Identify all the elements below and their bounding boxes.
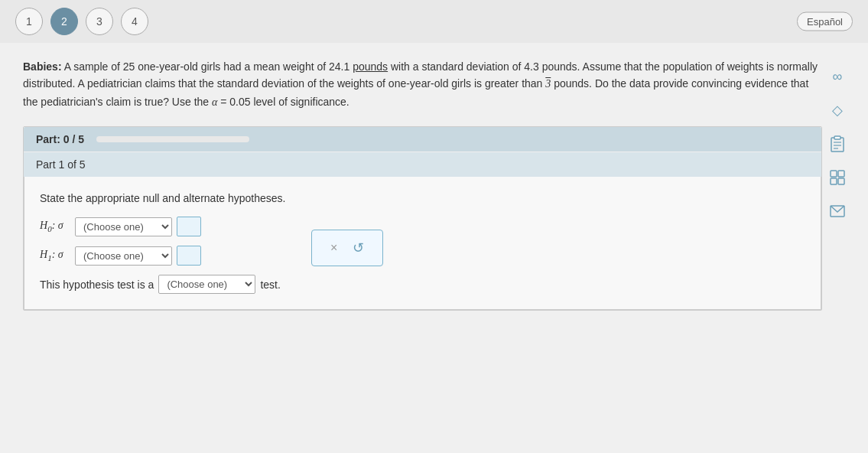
- right-sidebar: ∞ ◇: [822, 58, 853, 311]
- step-1-button[interactable]: 1: [15, 8, 43, 35]
- part-label: Part: 0 / 5: [36, 133, 84, 145]
- svg-rect-7: [831, 178, 837, 184]
- grid-icon[interactable]: [827, 167, 848, 188]
- question-box: State the appropriate null and alternate…: [24, 177, 821, 310]
- part-progress-bar: Part: 0 / 5: [24, 127, 821, 152]
- svg-rect-6: [838, 171, 844, 177]
- h1-label: H1: σ: [40, 249, 70, 262]
- h1-dropdown[interactable]: (Choose one) = ≠ < > ≤ ≥: [75, 246, 172, 266]
- svg-rect-8: [838, 178, 844, 184]
- feedback-box: × ↺: [311, 230, 383, 266]
- question-instruction: State the appropriate null and alternate…: [40, 192, 805, 204]
- value-3: 3: [545, 78, 551, 90]
- problem-body: A sample of 25 one-year-old girls had a …: [23, 60, 818, 108]
- h0-label: H0: σ: [40, 220, 70, 233]
- hypotheses-left: H0: σ (Choose one) = ≠ < > ≤ ≥: [40, 217, 281, 294]
- part-text: Part: 0 / 5: [36, 133, 84, 145]
- feedback-x-button[interactable]: ×: [330, 241, 337, 255]
- test-type-dropdown[interactable]: (Choose one) left-tailed right-tailed tw…: [158, 275, 255, 294]
- h0-dropdown[interactable]: (Choose one) = ≠ < > ≤ ≥: [75, 217, 172, 236]
- h0-value-input[interactable]: [177, 217, 201, 236]
- infinity-icon[interactable]: ∞: [827, 66, 848, 87]
- svg-rect-5: [831, 171, 837, 177]
- question-container: Part: 0 / 5 Part 1 of 5 State the approp…: [23, 126, 822, 311]
- content-area: Babies: A sample of 25 one-year-old girl…: [23, 58, 822, 311]
- h1-row: H1: σ (Choose one) = ≠ < > ≤ ≥: [40, 246, 281, 266]
- step-2-button[interactable]: 2: [50, 8, 78, 35]
- problem-text: Babies: A sample of 25 one-year-old girl…: [23, 58, 822, 111]
- clipboard-icon[interactable]: [827, 133, 848, 155]
- feedback-undo-button[interactable]: ↺: [353, 240, 364, 256]
- test-type-row: This hypothesis test is a (Choose one) l…: [40, 275, 281, 294]
- main-content: Babies: A sample of 25 one-year-old girl…: [0, 43, 868, 326]
- envelope-icon[interactable]: [827, 200, 848, 222]
- part-section-label: Part 1 of 5: [24, 152, 821, 177]
- h0-row: H0: σ (Choose one) = ≠ < > ≤ ≥: [40, 217, 281, 236]
- test-type-prefix: This hypothesis test is a: [40, 279, 154, 291]
- problem-bold-label: Babies:: [23, 60, 62, 73]
- pounds-underline: pounds: [353, 60, 388, 73]
- hypotheses-and-feedback: H0: σ (Choose one) = ≠ < > ≤ ≥: [40, 217, 805, 294]
- progress-bar-container: [96, 136, 249, 142]
- espanol-button[interactable]: Español: [797, 12, 853, 31]
- step-3-button[interactable]: 3: [86, 8, 113, 35]
- diamond-icon[interactable]: ◇: [827, 99, 848, 121]
- top-navigation: 1 2 3 4 Español: [0, 0, 868, 43]
- h1-value-input[interactable]: [177, 246, 201, 266]
- test-type-suffix: test.: [260, 279, 280, 291]
- alpha-symbol: α: [212, 96, 217, 108]
- part-section-text: Part 1 of 5: [36, 158, 86, 171]
- svg-rect-1: [834, 136, 840, 139]
- step-4-button[interactable]: 4: [121, 8, 148, 35]
